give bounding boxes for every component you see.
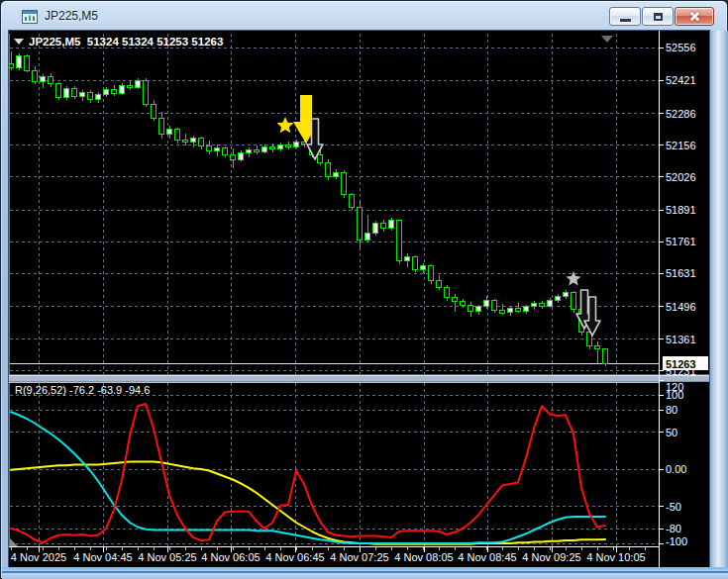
candle-body	[437, 280, 442, 287]
window-bottom-border	[2, 567, 728, 579]
candle-body	[389, 221, 394, 229]
candle-body	[468, 306, 473, 312]
window-title: JP225,M5	[45, 9, 98, 23]
close-icon	[688, 10, 701, 23]
time-axis-label: 4 Nov 04:45	[73, 551, 132, 563]
chart-client-area: 5255652421522865215652026518915176151631…	[9, 31, 709, 567]
restore-button[interactable]	[642, 7, 674, 26]
time-axis-label: 4 Nov 05:25	[138, 551, 196, 563]
price-axis-label: 52421	[666, 74, 696, 86]
candle-body	[175, 129, 180, 140]
candle-body	[365, 234, 370, 240]
chart-window-icon	[22, 9, 38, 25]
candle-body	[572, 293, 576, 310]
indicator-axis-label: 50	[666, 427, 677, 438]
candle-body	[564, 293, 569, 297]
candle-body	[88, 92, 93, 99]
candle-body	[159, 118, 164, 135]
candle-body	[270, 146, 275, 149]
window-controls	[609, 7, 714, 26]
minimize-button[interactable]	[609, 7, 641, 26]
candle-body	[239, 152, 244, 159]
candle-body	[72, 89, 77, 97]
candle-body	[25, 55, 30, 70]
candle-body	[286, 145, 291, 147]
candle-body	[120, 85, 125, 93]
candle-body	[350, 194, 355, 208]
time-axis-label: 4 Nov 10:05	[586, 551, 645, 563]
candle-body	[223, 147, 228, 154]
candle-body	[207, 146, 212, 151]
price-axis-label: 52556	[666, 42, 696, 53]
candle-body	[247, 149, 252, 152]
candle-body	[255, 149, 260, 152]
time-axis-label: 4 Nov 2025	[11, 551, 66, 563]
candle-body	[532, 304, 537, 307]
chart-header-ohlc: JP225,M5 51324 51324 51253 51263	[29, 36, 223, 48]
candle-body	[199, 139, 204, 146]
candle-body	[381, 224, 386, 229]
candle-body	[476, 307, 481, 312]
price-axis-label: 52026	[666, 171, 696, 183]
time-axis-label: 4 Nov 06:05	[201, 551, 260, 563]
candle-body	[231, 154, 236, 159]
pane-splitter[interactable]	[9, 375, 709, 382]
candle-body	[421, 266, 426, 270]
candle-body	[492, 301, 497, 310]
candle-body	[453, 298, 458, 302]
candle-body	[445, 288, 450, 298]
indicator-axis-label: -80	[666, 523, 681, 534]
candle-body	[334, 172, 339, 176]
indicator-axis-label: -50	[666, 501, 681, 513]
chart-window: JP225,M5 5255652421522865215652026518915…	[0, 0, 728, 579]
candle-body	[80, 92, 85, 96]
candle-body	[41, 76, 46, 81]
price-axis-label: 51361	[666, 334, 696, 345]
candle-body	[397, 221, 402, 261]
close-button[interactable]	[675, 7, 714, 26]
candle-body	[128, 85, 133, 88]
restore-icon	[654, 13, 663, 21]
indicator-axis-label: 100	[666, 389, 683, 401]
candle-body	[56, 84, 61, 98]
candle-body	[278, 145, 283, 148]
price-axis-label: 51496	[666, 301, 696, 313]
candle-body	[540, 304, 545, 307]
candle-body	[104, 89, 109, 95]
time-axis-label: 4 Nov 06:45	[265, 551, 324, 563]
candle-body	[144, 80, 149, 104]
price-axis-label: 52156	[666, 140, 696, 151]
candle-body	[33, 70, 38, 81]
candle-body	[64, 89, 69, 98]
candle-body	[318, 154, 323, 162]
candle-body	[167, 129, 172, 134]
price-axis-label: 51631	[666, 267, 696, 279]
candle-body	[326, 162, 331, 176]
window-right-border	[710, 31, 728, 567]
candle-body	[429, 266, 434, 281]
time-axis-label: 4 Nov 08:45	[458, 551, 516, 563]
time-axis-label: 4 Nov 09:25	[522, 551, 580, 563]
indicator-label: R(9,26,52) -76.2 -63.9 -94.6	[15, 384, 150, 396]
candle-body	[191, 139, 196, 143]
indicator-axis-label: 0.00	[666, 463, 686, 475]
candle-body	[262, 146, 267, 151]
candle-body	[405, 257, 410, 261]
candle-body	[294, 143, 299, 147]
price-axis-label: 51761	[666, 236, 696, 247]
candle-body	[548, 300, 553, 306]
chart-canvas[interactable]: 5255652421522865215652026518915176151631…	[9, 31, 709, 567]
candle-body	[373, 224, 378, 234]
window-titlebar[interactable]: JP225,M5	[1, 1, 727, 31]
candle-body	[96, 95, 101, 100]
candle-body	[516, 309, 521, 312]
candle-body	[342, 172, 347, 194]
candle-body	[500, 310, 505, 313]
price-axis-label: 52286	[666, 108, 696, 120]
candle-body	[484, 301, 489, 307]
minimize-icon	[620, 19, 631, 22]
candle-body	[524, 307, 529, 311]
time-axis-label: 4 Nov 07:25	[330, 551, 388, 563]
candle-body	[595, 345, 600, 348]
candle-body	[215, 147, 220, 150]
